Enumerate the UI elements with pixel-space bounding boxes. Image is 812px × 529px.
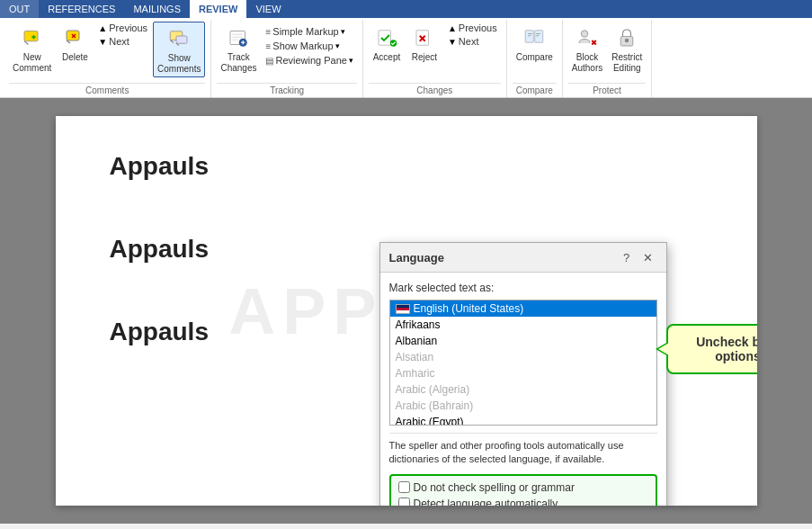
svg-rect-0: [24, 31, 38, 41]
simple-markup-label: Simple Markup: [272, 26, 338, 37]
reviewing-pane-icon: ▤: [265, 56, 273, 66]
dialog-help-button[interactable]: ?: [618, 248, 636, 266]
compare-group-label: Compare: [513, 83, 557, 95]
next-comment-label: Next: [109, 36, 129, 47]
new-comment-button[interactable]: NewComment: [9, 22, 55, 76]
checkbox-detect[interactable]: [398, 498, 410, 506]
checkboxes-box: Do not check spelling or grammar Detect …: [389, 474, 657, 506]
block-authors-button[interactable]: BlockAuthors: [568, 22, 606, 76]
show-comments-button[interactable]: ShowComments: [153, 22, 205, 77]
changes-nav-col: ▲ Previous ▼ Next: [444, 22, 501, 48]
next-comment-icon: ▼: [98, 37, 107, 47]
svg-line-9: [170, 40, 174, 43]
compare-button[interactable]: Compare: [513, 22, 557, 65]
group-comments: NewComment Delete: [4, 20, 211, 97]
svg-rect-25: [535, 31, 543, 43]
mark-label: Mark selected text as:: [389, 282, 657, 294]
accept-icon: [372, 23, 401, 52]
lang-arabic-algeria-label: Arabic (Algeria): [396, 383, 470, 396]
language-dialog: Language ? ✕ Mark selected text as: Engl…: [379, 242, 667, 506]
dialog-title: Language: [389, 251, 444, 264]
group-tracking: TrackChanges ≡ Simple Markup ▾ ≡ Show Ma…: [211, 20, 363, 97]
previous-comment-button[interactable]: ▲ Previous: [94, 22, 151, 34]
show-markup-icon: ≡: [265, 41, 271, 51]
svg-line-1: [24, 41, 29, 45]
next-comment-button[interactable]: ▼ Next: [94, 35, 151, 48]
flag-icon: [396, 304, 410, 314]
simple-markup-icon: ≡: [265, 27, 271, 37]
next-change-icon: ▼: [448, 37, 457, 47]
lang-arabic-egypt[interactable]: Arabic (Egypt): [390, 414, 656, 426]
simple-markup-dropdown-icon: ▾: [341, 27, 345, 36]
checkbox-detect-row: Detect language automatically: [398, 498, 648, 506]
prev-next-col: ▲ Previous ▼ Next: [94, 22, 151, 48]
lang-afrikaans[interactable]: Afrikaans: [390, 317, 656, 333]
delete-label: Delete: [62, 52, 88, 63]
tracking-group-label: Tracking: [217, 83, 357, 95]
checkbox-detect-label: Detect language automatically: [414, 498, 558, 506]
checkbox-spelling-row: Do not check spelling or grammar: [398, 481, 648, 494]
svg-point-34: [625, 39, 629, 43]
ribbon-content: NewComment Delete: [0, 18, 812, 97]
changes-group-label: Changes: [369, 83, 501, 95]
tab-view[interactable]: VIEW: [246, 0, 290, 18]
lang-arabic-bahrain[interactable]: Arabic (Bahrain): [390, 398, 656, 414]
tab-review[interactable]: REVIEW: [190, 0, 246, 18]
next-change-label: Next: [459, 36, 479, 47]
group-compare: Compare Compare: [507, 20, 563, 97]
dialog-body: Mark selected text as: English (United S…: [380, 273, 666, 506]
lang-arabic-egypt-label: Arabic (Egypt): [396, 416, 464, 426]
lang-arabic-bahrain-label: Arabic (Bahrain): [396, 399, 474, 412]
reject-label: Reject: [412, 52, 437, 63]
restrict-editing-label: RestrictEditing: [611, 52, 642, 74]
restrict-editing-button[interactable]: RestrictEditing: [608, 22, 646, 76]
tab-references[interactable]: REFERENCES: [39, 0, 124, 18]
previous-change-button[interactable]: ▲ Previous: [444, 22, 501, 34]
lang-albanian-label: Albanian: [396, 335, 438, 347]
tooltip-text: Uncheck both options: [696, 335, 756, 363]
tab-mailings[interactable]: MAILINGS: [124, 0, 190, 18]
dialog-description: The speller and other proofing tools aut…: [389, 433, 657, 467]
lang-alsatian-label: Alsatian: [396, 351, 434, 363]
compare-label: Compare: [516, 52, 553, 63]
lang-english-us[interactable]: English (United States): [390, 300, 656, 317]
protect-group-label: Protect: [568, 83, 646, 95]
checkbox-spelling[interactable]: [398, 481, 410, 493]
comments-buttons: NewComment Delete: [9, 22, 205, 83]
show-comments-label: ShowComments: [157, 53, 201, 75]
previous-change-label: Previous: [459, 22, 497, 33]
accept-label: Accept: [373, 52, 401, 63]
previous-comment-label: Previous: [109, 22, 147, 33]
dialog-overlay: Language ? ✕ Mark selected text as: Engl…: [56, 116, 757, 506]
svg-rect-24: [525, 31, 533, 43]
tooltip-box: Uncheck both options: [666, 324, 757, 374]
track-changes-button[interactable]: TrackChanges: [217, 22, 260, 76]
reviewing-pane-label: Reviewing Pane: [275, 55, 347, 66]
reject-button[interactable]: Reject: [406, 22, 442, 65]
dialog-title-bar: Language ? ✕: [380, 243, 666, 273]
language-list[interactable]: English (United States) Afrikaans Albani…: [389, 300, 657, 426]
simple-markup-button[interactable]: ≡ Simple Markup ▾: [262, 25, 357, 38]
lang-arabic-algeria[interactable]: Arabic (Algeria): [390, 381, 656, 398]
accept-button[interactable]: Accept: [369, 22, 405, 65]
ribbon-tabs: OUT REFERENCES MAILINGS REVIEW VIEW: [0, 0, 812, 18]
lang-alsatian[interactable]: Alsatian: [390, 349, 656, 365]
block-authors-label: BlockAuthors: [572, 52, 602, 74]
lang-afrikaans-label: Afrikaans: [396, 318, 441, 331]
tab-out[interactable]: OUT: [0, 0, 39, 18]
group-protect: BlockAuthors RestrictEditing Protect: [563, 20, 652, 97]
lang-albanian[interactable]: Albanian: [390, 333, 656, 349]
lang-amharic[interactable]: Amharic: [390, 365, 656, 381]
delete-icon: [60, 23, 89, 52]
dialog-close-button[interactable]: ✕: [639, 248, 657, 266]
delete-button[interactable]: Delete: [57, 22, 93, 65]
track-changes-label: TrackChanges: [220, 52, 256, 74]
checkbox-spelling-label: Do not check spelling or grammar: [414, 481, 575, 494]
reviewing-pane-dropdown-icon: ▾: [349, 56, 353, 65]
tooltip-arrow-inner: [658, 343, 669, 355]
reviewing-pane-button[interactable]: ▤ Reviewing Pane ▾: [262, 54, 357, 67]
document-page: APPAULS Appauls Appauls Language ? ✕ Mar…: [56, 116, 757, 506]
next-change-button[interactable]: ▼ Next: [444, 35, 501, 48]
show-markup-button[interactable]: ≡ Show Markup ▾: [262, 40, 357, 52]
block-authors-icon: [573, 23, 602, 52]
